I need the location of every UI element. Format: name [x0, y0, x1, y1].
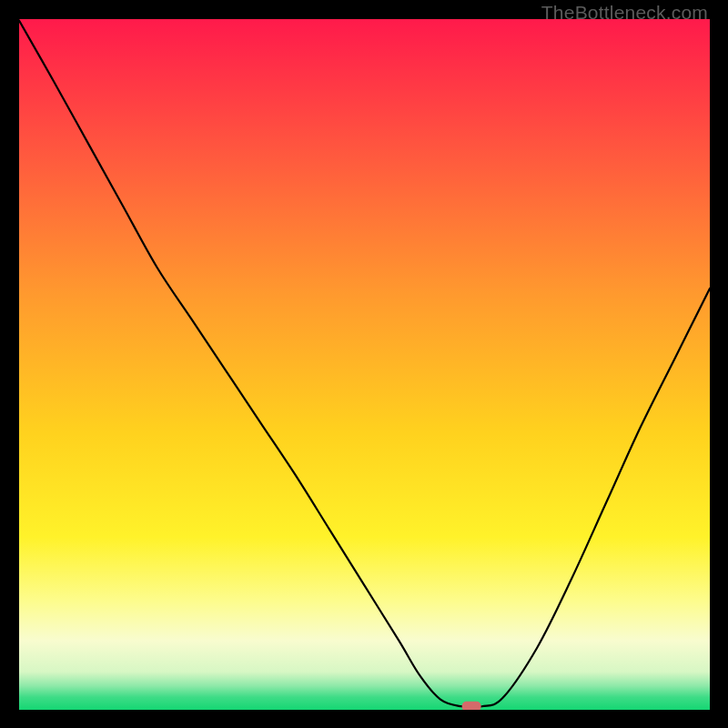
attribution-text: TheBottleneck.com — [541, 2, 708, 24]
optimal-marker — [462, 702, 481, 710]
gradient-background — [19, 19, 710, 710]
chart-frame — [19, 19, 710, 710]
chart-svg — [19, 19, 710, 710]
